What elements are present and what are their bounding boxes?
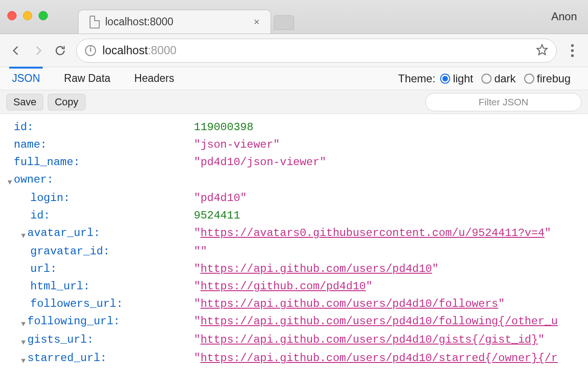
json-row-object[interactable]: ▼ owner: [3,171,582,190]
json-value-link[interactable]: https://api.github.com/users/pd4d10 [200,263,432,275]
tab-close-button[interactable]: × [251,16,262,28]
viewer-action-bar: Save Copy [0,90,588,114]
save-button[interactable]: Save [6,94,43,110]
window-controls [7,11,48,20]
theme-label: Theme: [398,72,435,85]
json-row[interactable]: ▼starred_url: "https://api.github.com/us… [3,350,582,368]
svg-marker-0 [537,45,547,55]
json-row[interactable]: login: "pd4d10" [3,190,582,207]
json-row[interactable]: name: "json-viewer" [3,136,582,154]
collapse-toggle-icon[interactable]: ▼ [21,339,26,347]
json-value-link[interactable]: https://api.github.com/users/pd4d10/gist… [200,334,538,346]
viewer-tab-bar: JSON Raw Data Headers Theme: light dark … [0,67,588,90]
address-bar[interactable]: localhost:8000 [76,39,557,63]
browser-tab[interactable]: localhost:8000 × [78,10,271,34]
url-text: localhost:8000 [102,44,176,57]
json-row[interactable]: url: "https://api.github.com/users/pd4d1… [3,260,582,278]
theme-radio-dark[interactable]: dark [481,72,516,85]
theme-radio-firebug[interactable]: firebug [524,72,571,85]
window-minimize-button[interactable] [23,11,32,20]
json-row[interactable]: full_name: "pd4d10/json-viewer" [3,154,582,171]
profile-label[interactable]: Anon [551,10,577,23]
tab-title: localhost:8000 [105,16,245,28]
json-value-link[interactable]: https://avatars0.githubusercontent.com/u… [200,227,544,239]
json-value-number: 119000398 [194,119,254,136]
browser-menu-button[interactable] [563,44,582,57]
json-value-link[interactable]: https://github.com/pd4d10 [200,280,366,293]
tab-raw-data[interactable]: Raw Data [61,69,113,88]
json-value-string: pd4d10/json-viewer [200,156,319,168]
tab-json[interactable]: JSON [9,67,43,88]
site-info-icon[interactable] [85,45,96,56]
browser-title-bar: Anon localhost:8000 × [0,0,588,34]
reload-button[interactable] [51,41,70,60]
new-tab-button[interactable] [274,15,294,30]
json-row[interactable]: followers_url: "https://api.github.com/u… [3,295,582,313]
window-close-button[interactable] [7,11,17,20]
json-value-link[interactable]: https://api.github.com/users/pd4d10/foll… [200,298,498,310]
filter-json-field[interactable] [425,93,582,111]
json-row[interactable]: id: 119000398 [3,119,582,136]
collapse-toggle-icon[interactable]: ▼ [21,232,26,240]
browser-toolbar: localhost:8000 [0,34,588,67]
json-value-link[interactable]: https://api.github.com/users/pd4d10/foll… [200,315,558,328]
json-row[interactable]: html_url: "https://github.com/pd4d10" [3,278,582,295]
json-value-string: pd4d10 [200,192,240,204]
copy-button[interactable]: Copy [48,94,85,110]
tab-strip: localhost:8000 × [78,10,294,34]
json-row[interactable]: id: 9524411 [3,207,582,224]
json-value-number: 9524411 [194,207,240,224]
collapse-toggle-icon[interactable]: ▼ [21,357,26,365]
forward-button[interactable] [28,41,48,60]
tab-headers[interactable]: Headers [131,69,177,88]
back-button[interactable] [6,41,26,60]
collapse-toggle-icon[interactable]: ▼ [21,320,26,328]
bookmark-star-icon[interactable] [536,44,548,58]
json-value-link[interactable]: https://api.github.com/users/pd4d10/star… [200,352,558,364]
json-row[interactable]: ▼gists_url: "https://api.github.com/user… [3,331,582,350]
json-row[interactable]: ▼following_url: "https://api.github.com/… [3,313,582,331]
json-row[interactable]: gravatar_id: "" [3,243,582,260]
collapse-toggle-icon[interactable]: ▼ [7,174,12,191]
page-icon [90,16,100,29]
window-zoom-button[interactable] [39,11,48,20]
theme-radio-light[interactable]: light [440,72,473,85]
filter-json-input[interactable] [434,97,573,108]
json-row[interactable]: ▼avatar_url: "https://avatars0.githubuse… [3,224,582,243]
json-value-string: json-viewer [200,138,273,151]
json-tree: id: 119000398 name: "json-viewer" full_n… [0,114,588,368]
